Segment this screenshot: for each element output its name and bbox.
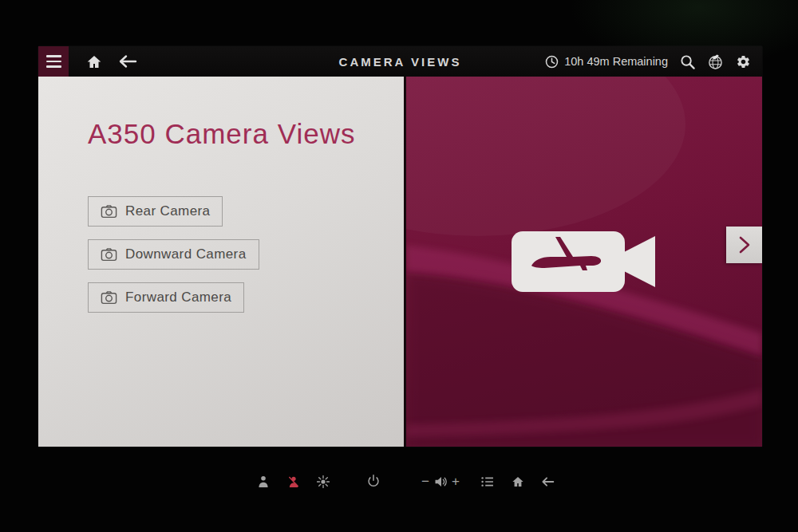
- ife-screen: CAMERA VIEWS 10h 49m Remaining: [38, 46, 762, 447]
- attendant-call-cancel-button[interactable]: [288, 475, 300, 488]
- forward-camera-button[interactable]: Forward Camera: [88, 282, 244, 313]
- camera-icon: [101, 247, 117, 262]
- attendant-call-button[interactable]: [259, 475, 269, 488]
- camera-icon: [101, 290, 117, 305]
- home-icon: [86, 54, 102, 69]
- rear-camera-button[interactable]: Rear Camera: [88, 196, 223, 227]
- camera-icon: [101, 204, 117, 219]
- clock-icon: [545, 55, 559, 69]
- flight-map-button[interactable]: [707, 53, 724, 70]
- time-remaining-label: 10h 49m Remaining: [564, 55, 668, 68]
- home-button[interactable]: [86, 54, 102, 69]
- monitor-bezel: CAMERA VIEWS 10h 49m Remaining: [0, 0, 798, 532]
- back-button[interactable]: [118, 54, 137, 69]
- chevron-right-icon: [737, 235, 752, 254]
- settings-button[interactable]: [736, 54, 751, 69]
- speaker-icon: [435, 476, 448, 488]
- camera-list-panel: A350 Camera Views Rear Camera: [38, 77, 404, 447]
- search-button[interactable]: [680, 54, 695, 69]
- attendant-call-icon: [259, 475, 269, 488]
- section-heading: A350 Camera Views: [88, 118, 355, 150]
- next-page-button[interactable]: [726, 227, 762, 263]
- button-label: Downward Camera: [125, 246, 247, 262]
- bezel-home-button[interactable]: [512, 476, 524, 488]
- home-icon: [512, 476, 524, 488]
- globe-airplane-icon: [707, 53, 724, 70]
- back-arrow-icon: [118, 54, 137, 69]
- hamburger-menu-button[interactable]: [38, 46, 69, 77]
- button-label: Rear Camera: [125, 203, 210, 219]
- bezel-back-button[interactable]: [541, 477, 555, 487]
- button-label: Forward Camera: [125, 290, 231, 305]
- power-icon: [367, 475, 381, 488]
- reading-light-button[interactable]: [317, 475, 330, 488]
- search-icon: [680, 54, 695, 69]
- downward-camera-button[interactable]: Downward Camera: [88, 239, 259, 270]
- volume-down-button[interactable]: −: [421, 475, 429, 488]
- gear-icon: [736, 54, 751, 69]
- playlist-button[interactable]: [481, 477, 494, 487]
- speaker-button[interactable]: [435, 476, 448, 488]
- back-arrow-icon: [541, 477, 555, 487]
- reading-light-icon: [317, 475, 330, 488]
- video-camera-airplane-icon: [509, 226, 659, 298]
- attendant-call-cancel-icon: [288, 475, 300, 488]
- hero-panel: [404, 77, 762, 447]
- playlist-icon: [481, 477, 494, 487]
- time-remaining: 10h 49m Remaining: [545, 55, 668, 69]
- power-button[interactable]: [367, 475, 381, 488]
- volume-up-button[interactable]: +: [452, 475, 460, 488]
- camera-button-list: Rear Camera Downward Camera: [88, 196, 259, 313]
- top-bar: CAMERA VIEWS 10h 49m Remaining: [38, 46, 762, 77]
